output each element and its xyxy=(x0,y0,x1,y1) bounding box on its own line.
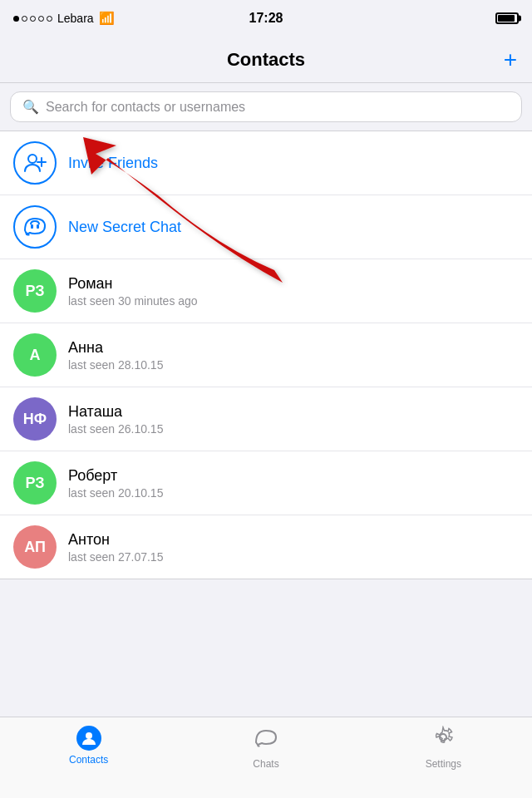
contacts-tab-icon xyxy=(76,726,101,751)
status-time: 17:28 xyxy=(249,11,283,26)
contact-name-roman: Роман xyxy=(68,275,519,293)
avatar-robert: РЗ xyxy=(13,461,57,505)
battery-fill xyxy=(498,15,515,22)
invite-friends-info: Invite Friends xyxy=(68,155,519,172)
contact-name-anna: Анна xyxy=(68,339,519,357)
avatar-anna: А xyxy=(13,333,57,377)
search-bar[interactable]: 🔍 Search for contacts or usernames xyxy=(10,91,522,122)
contact-info-natasha: Наташа last seen 26.10.15 xyxy=(68,403,519,436)
signal-dot-1 xyxy=(13,16,19,22)
avatar-anton: АП xyxy=(13,525,57,569)
secret-chat-icon xyxy=(13,205,57,249)
contact-info-robert: Роберт last seen 20.10.15 xyxy=(68,467,519,500)
invite-friends-label: Invite Friends xyxy=(68,155,519,172)
contact-name-anton: Антон xyxy=(68,531,519,549)
signal-dots xyxy=(13,16,52,22)
contact-status-anton: last seen 27.07.15 xyxy=(68,550,519,564)
tab-settings[interactable]: Settings xyxy=(355,726,532,770)
carrier-label: Lebara xyxy=(57,12,94,25)
settings-tab-icon xyxy=(431,726,455,755)
tab-bar: Contacts Chats Settings xyxy=(0,717,532,798)
wifi-icon: 📶 xyxy=(99,11,115,26)
signal-dot-4 xyxy=(38,16,44,22)
battery-icon xyxy=(495,12,519,24)
svg-point-5 xyxy=(86,732,92,739)
search-container: 🔍 Search for contacts or usernames xyxy=(0,83,532,131)
search-input[interactable]: Search for contacts or usernames xyxy=(46,100,245,115)
add-contact-button[interactable]: + xyxy=(504,47,517,73)
contact-item-natasha[interactable]: НФ Наташа last seen 26.10.15 xyxy=(0,387,532,451)
status-right xyxy=(495,12,519,24)
invite-friends-icon xyxy=(13,141,57,185)
contact-name-natasha: Наташа xyxy=(68,403,519,421)
tab-contacts[interactable]: Contacts xyxy=(0,726,177,766)
tab-chats[interactable]: Chats xyxy=(177,726,354,770)
search-icon: 🔍 xyxy=(22,99,39,115)
status-bar: Lebara 📶 17:28 xyxy=(0,0,532,37)
contact-list: Invite Friends New Secret Chat РЗ Роман … xyxy=(0,131,532,579)
page-title: Contacts xyxy=(227,49,305,71)
nav-header: Contacts + xyxy=(0,37,532,83)
contact-item-anton[interactable]: АП Антон last seen 27.07.15 xyxy=(0,515,532,579)
chats-tab-icon xyxy=(254,726,278,755)
settings-tab-label: Settings xyxy=(426,758,461,770)
contact-item-anna[interactable]: А Анна last seen 28.10.15 xyxy=(0,323,532,387)
signal-dot-3 xyxy=(30,16,36,22)
contact-item-roman[interactable]: РЗ Роман last seen 30 minutes ago xyxy=(0,259,532,323)
chats-tab-label: Chats xyxy=(253,758,278,770)
new-secret-chat-item[interactable]: New Secret Chat xyxy=(0,195,532,259)
svg-rect-4 xyxy=(37,224,39,229)
contact-status-roman: last seen 30 minutes ago xyxy=(68,294,519,308)
avatar-roman: РЗ xyxy=(13,269,57,313)
contact-name-robert: Роберт xyxy=(68,467,519,485)
invite-friends-item[interactable]: Invite Friends xyxy=(0,131,532,195)
status-left: Lebara 📶 xyxy=(13,11,115,26)
contact-info-anton: Антон last seen 27.07.15 xyxy=(68,531,519,564)
contact-item-robert[interactable]: РЗ Роберт last seen 20.10.15 xyxy=(0,451,532,515)
contact-status-anna: last seen 28.10.15 xyxy=(68,358,519,372)
secret-chat-label: New Secret Chat xyxy=(68,219,519,236)
svg-rect-3 xyxy=(31,224,33,229)
svg-point-0 xyxy=(28,155,37,163)
signal-dot-2 xyxy=(22,16,27,22)
contacts-tab-label: Contacts xyxy=(69,754,108,766)
contact-status-natasha: last seen 26.10.15 xyxy=(68,422,519,436)
secret-chat-info: New Secret Chat xyxy=(68,219,519,236)
avatar-natasha: НФ xyxy=(13,397,57,441)
contact-status-robert: last seen 20.10.15 xyxy=(68,486,519,500)
contact-info-roman: Роман last seen 30 minutes ago xyxy=(68,275,519,308)
signal-dot-5 xyxy=(47,16,52,22)
contact-info-anna: Анна last seen 28.10.15 xyxy=(68,339,519,372)
